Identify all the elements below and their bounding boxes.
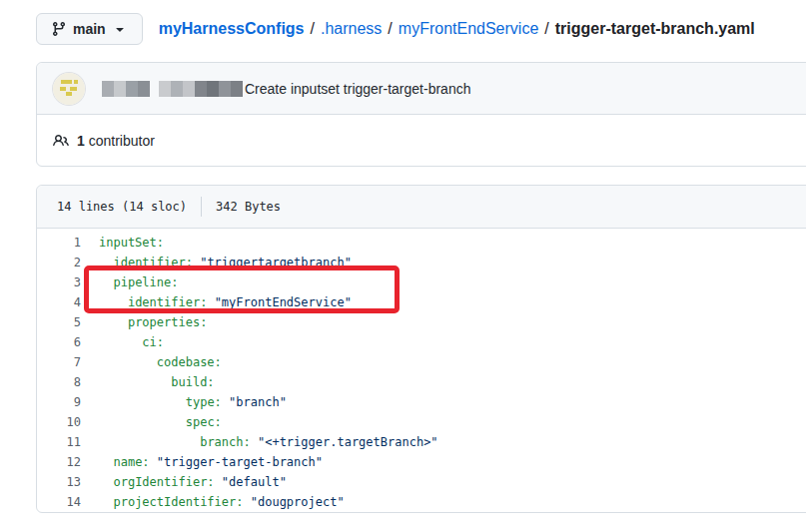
code-line-content: name: "trigger-target-branch" [99,452,323,472]
code-line: 8 build: [37,372,806,392]
latest-commit-box: Create inputset trigger-target-branch 1 … [36,62,806,167]
file-lines-info: 14 lines (14 sloc) [57,200,187,214]
line-number[interactable]: 3 [37,272,81,292]
commit-message-link[interactable]: Create inputset trigger-target-branch [245,81,470,97]
code-line-content: identifier: "myFrontEndService" [99,292,352,312]
branch-name-label: main [73,21,106,37]
code-view: 1inputSet:2 identifier: "triggertargetbr… [37,229,806,518]
code-line-content: properties: [99,312,207,332]
breadcrumb: myHarnessConfigs/.harness/myFrontEndServ… [159,20,755,38]
redacted-block [114,81,126,97]
redacted-gap [150,81,159,97]
breadcrumb-separator: / [305,20,321,38]
people-icon [53,133,69,149]
yaml-string-value: "myFrontEndService" [215,295,352,309]
file-header-bar: main myHarnessConfigs/.harness/myFrontEn… [36,13,806,45]
code-line-content: inputSet: [99,233,164,253]
commit-author-redacted [102,81,243,97]
chevron-down-icon [112,21,128,37]
yaml-key: type: [186,395,222,409]
line-number[interactable]: 10 [37,412,81,432]
code-line-content: pipeline: [99,272,178,292]
yaml-key: identifier: [128,295,207,309]
code-line-content: identifier: "triggertargetbranch" [99,253,352,272]
code-line: 13 orgIdentifier: "default" [37,472,806,492]
redacted-block [195,81,207,97]
yaml-key: codebase: [157,355,222,369]
code-line: 11 branch: "<+trigger.targetBranch>" [37,432,806,452]
yaml-string-value: "<+trigger.targetBranch>" [258,435,438,449]
code-line-content: type: "branch" [99,392,287,412]
code-line: 6 ci: [37,332,806,352]
redacted-block [183,81,195,97]
line-number[interactable]: 13 [37,472,81,492]
meta-divider [201,197,202,217]
code-line: 14 projectIdentifier: "dougproject" [37,492,806,512]
commit-contributors-row: 1 contributor [37,115,806,166]
line-number[interactable]: 5 [37,312,81,332]
line-number[interactable]: 4 [37,292,81,312]
avatar[interactable] [53,73,85,105]
redacted-block [102,81,114,97]
redacted-block [171,81,183,97]
file-size: 342 Bytes [216,200,281,214]
yaml-key: ci: [142,335,164,349]
redacted-block [231,81,243,97]
breadcrumb-dir-link-harness[interactable]: .harness [321,20,382,38]
redacted-block [207,81,219,97]
code-line: 3 pipeline: [37,272,806,292]
code-line: 12 name: "trigger-target-branch" [37,452,806,472]
breadcrumb-current-file: trigger-target-branch.yaml [555,20,755,38]
breadcrumb-separator: / [382,20,398,38]
yaml-string-value: "dougproject" [251,495,345,509]
yaml-key: spec: [186,415,222,429]
contributors-link[interactable]: 1 contributor [53,133,155,149]
code-line-content: projectIdentifier: "dougproject" [99,492,345,512]
redacted-block [126,81,138,97]
line-number[interactable]: 14 [37,492,81,512]
file-meta-header: 14 lines (14 sloc) 342 Bytes [37,186,806,229]
line-number[interactable]: 7 [37,352,81,372]
commit-header: Create inputset trigger-target-branch [37,63,806,115]
redacted-block [159,81,171,97]
contributors-label: 1 contributor [77,133,155,149]
code-line-content: orgIdentifier: "default" [99,472,287,492]
yaml-key: branch: [200,435,251,449]
line-number[interactable]: 2 [37,253,81,272]
git-branch-icon [51,21,67,37]
yaml-key: inputSet: [99,236,164,250]
code-line-content: branch: "<+trigger.targetBranch>" [99,432,438,452]
code-line: 7 codebase: [37,352,806,372]
yaml-key: name: [113,455,149,469]
yaml-key: build: [171,375,214,389]
line-number[interactable]: 6 [37,332,81,352]
yaml-key: pipeline: [113,275,178,289]
line-number[interactable]: 12 [37,452,81,472]
yaml-string-value: "trigger-target-branch" [157,455,323,469]
line-number[interactable]: 9 [37,392,81,412]
yaml-key: projectIdentifier: [113,495,243,509]
line-number[interactable]: 8 [37,372,81,392]
code-line: 2 identifier: "triggertargetbranch" [37,253,806,272]
code-line-content: spec: [99,412,222,432]
code-line: 5 properties: [37,312,806,332]
breadcrumb-dir-link-service[interactable]: myFrontEndService [399,20,539,38]
redacted-block [219,81,231,97]
breadcrumb-repo-link[interactable]: myHarnessConfigs [159,20,305,38]
redacted-block [138,81,150,97]
code-line-content: ci: [99,332,164,352]
code-line: 1inputSet: [37,233,806,253]
file-content-box: 14 lines (14 sloc) 342 Bytes 1inputSet:2… [36,185,806,513]
code-line: 10 spec: [37,412,806,432]
line-number[interactable]: 11 [37,432,81,452]
yaml-key: identifier: [113,256,192,269]
yaml-key: orgIdentifier: [113,475,214,489]
code-line: 4 identifier: "myFrontEndService" [37,292,806,312]
branch-selector-button[interactable]: main [36,13,143,45]
yaml-string-value: "default" [222,475,287,489]
code-line-content: codebase: [99,352,222,372]
breadcrumb-separator: / [538,20,554,38]
line-number[interactable]: 1 [37,233,81,253]
code-line-content: build: [99,372,215,392]
code-line: 9 type: "branch" [37,392,806,412]
